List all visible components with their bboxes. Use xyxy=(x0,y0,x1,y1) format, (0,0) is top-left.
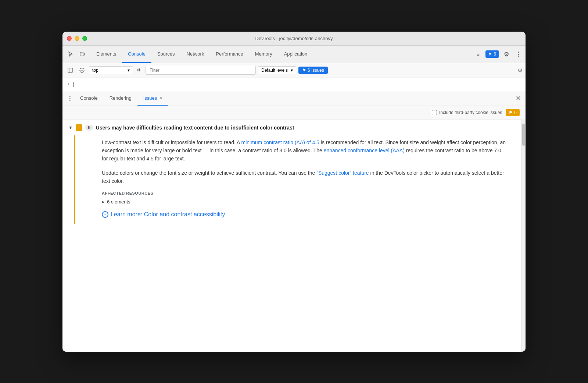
more-tabs-button[interactable]: » xyxy=(473,49,483,59)
issue-warning-icon: ! xyxy=(76,124,82,131)
console-prompt-icon: › xyxy=(67,81,70,87)
warning-badge-flag-icon: ⚑ xyxy=(509,110,513,115)
close-drawer-button[interactable]: ✕ xyxy=(514,93,523,104)
window-title: DevTools - jec.fyi/demo/cds-anchovy xyxy=(255,36,333,41)
settings-button[interactable]: ⚙ xyxy=(501,49,512,59)
tab-sources[interactable]: Sources xyxy=(151,46,181,63)
tab-memory[interactable]: Memory xyxy=(249,46,278,63)
affected-resources: Affected Resources ▶ 6 elements xyxy=(102,191,506,205)
device-icon[interactable] xyxy=(77,49,87,59)
main-content: ▼ ! 6 Users may have difficulties readin… xyxy=(62,120,526,352)
close-issues-tab-button[interactable]: ✕ xyxy=(159,96,162,100)
sub-tab-rendering[interactable]: Rendering xyxy=(104,91,137,106)
toolbar-right: » ⚑ 6 ⚙ ⋮ xyxy=(473,49,523,59)
learn-more-section: → Learn more: Color and contrast accessi… xyxy=(102,211,506,218)
third-party-cookie-checkbox-group: Include third-party cookie issues xyxy=(432,110,502,115)
issue-body: Low-contrast text is difficult or imposs… xyxy=(74,135,515,224)
elements-expand-icon: ▶ xyxy=(102,200,105,204)
issue-description: Low-contrast text is difficult or imposs… xyxy=(102,138,506,163)
suggest-color-link[interactable]: “Suggest color” feature xyxy=(316,170,369,176)
elements-count-item[interactable]: ▶ 6 elements xyxy=(102,198,506,205)
filter-input[interactable] xyxy=(146,66,256,75)
issue-expand-icon[interactable]: ▼ xyxy=(68,125,73,130)
scrollbar-thumb[interactable] xyxy=(522,124,525,146)
scrollbar[interactable] xyxy=(521,120,526,352)
tab-console[interactable]: Console xyxy=(122,46,151,63)
svg-rect-1 xyxy=(83,53,85,55)
title-bar: DevTools - jec.fyi/demo/cds-anchovy xyxy=(62,32,526,46)
devtools-window: DevTools - jec.fyi/demo/cds-anchovy Elem… xyxy=(62,32,526,352)
console-cursor xyxy=(73,82,74,87)
main-tabs: Elements Console Sources Network Perform… xyxy=(90,46,473,63)
console-issues-button[interactable]: ⚑ 6 Issues xyxy=(298,67,328,74)
issues-badge[interactable]: ⚑ 6 xyxy=(485,50,499,58)
console-flag-icon: ⚑ xyxy=(302,68,306,73)
svg-rect-2 xyxy=(68,68,72,72)
issue-suggestion: Update colors or change the font size or… xyxy=(102,169,506,185)
clear-console-button[interactable] xyxy=(77,65,87,75)
traffic-lights xyxy=(67,36,87,41)
learn-more-circle-icon: → xyxy=(102,211,108,218)
tab-network[interactable]: Network xyxy=(181,46,210,63)
sub-tabs-bar: ⋮ Console Rendering Issues ✕ ✕ xyxy=(62,91,526,106)
cursor-icon[interactable] xyxy=(65,49,76,59)
affected-resources-label: Affected Resources xyxy=(102,191,506,195)
sub-tab-console[interactable]: Console xyxy=(74,91,104,106)
kebab-menu-button[interactable]: ⋮ xyxy=(514,49,523,59)
log-levels-dropdown[interactable]: Default levels ▾ xyxy=(258,66,296,74)
toolbar-icons xyxy=(65,49,87,59)
conformance-level-link[interactable]: enhanced conformance level (AAA) xyxy=(324,148,405,153)
console-toolbar: top ▾ 👁 Default levels ▾ ⚑ 6 Issues ⚙ xyxy=(62,63,526,78)
svg-rect-0 xyxy=(80,52,83,56)
flag-icon: ⚑ xyxy=(488,52,492,57)
close-button[interactable] xyxy=(67,36,72,41)
sub-tabs-menu-button[interactable]: ⋮ xyxy=(65,94,74,103)
context-dropdown[interactable]: top ▾ xyxy=(89,66,133,74)
sidebar-toggle-button[interactable] xyxy=(65,65,75,75)
tab-elements[interactable]: Elements xyxy=(90,46,122,63)
maximize-button[interactable] xyxy=(82,36,87,41)
console-settings-button[interactable]: ⚙ xyxy=(517,67,523,74)
dropdown-arrow-icon: ▾ xyxy=(128,68,130,73)
contrast-ratio-link[interactable]: minimum contrast ratio (AA) of 4.5 xyxy=(241,139,319,145)
sub-tab-issues[interactable]: Issues ✕ xyxy=(137,91,169,106)
issues-warning-badge: ⚑ 6 xyxy=(506,109,520,116)
issues-toolbar: Include third-party cookie issues ⚑ 6 xyxy=(62,106,526,120)
tab-performance[interactable]: Performance xyxy=(210,46,249,63)
levels-arrow-icon: ▾ xyxy=(291,68,293,73)
console-input-area[interactable]: › xyxy=(62,78,526,91)
live-expressions-button[interactable]: 👁 xyxy=(135,66,143,75)
third-party-cookie-checkbox[interactable] xyxy=(432,110,437,115)
learn-more-link[interactable]: Learn more: Color and contrast accessibi… xyxy=(111,211,225,218)
issue-header[interactable]: ▼ ! 6 Users may have difficulties readin… xyxy=(62,120,521,135)
issues-panel: ▼ ! 6 Users may have difficulties readin… xyxy=(62,120,521,352)
minimize-button[interactable] xyxy=(75,36,79,41)
issue-count-badge: 6 xyxy=(85,125,93,131)
main-toolbar: Elements Console Sources Network Perform… xyxy=(62,46,526,63)
issue-title: Users may have difficulties reading text… xyxy=(96,125,294,131)
tab-application[interactable]: Application xyxy=(278,46,313,63)
